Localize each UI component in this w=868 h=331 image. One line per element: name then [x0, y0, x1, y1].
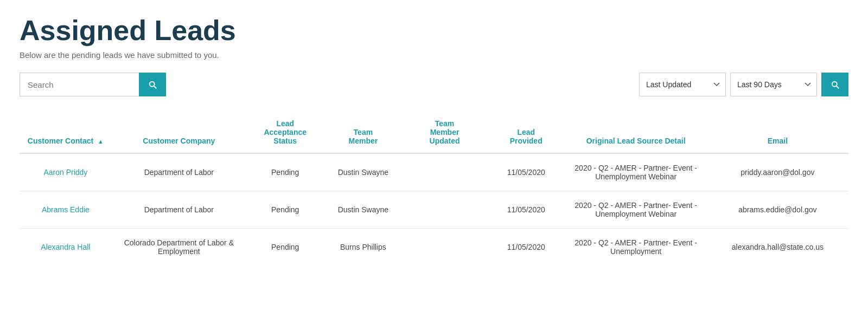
cell-email: abrams.eddie@dol.gov: [707, 191, 848, 229]
th-original-lead-source: Original Lead Source Detail: [565, 114, 707, 153]
th-customer-contact: Customer Contact ▲: [20, 114, 112, 153]
cell-customer_company: Department of Labor: [112, 153, 246, 191]
link-customer_contact[interactable]: Aaron Priddy: [43, 168, 87, 177]
filter-search-button[interactable]: [821, 73, 848, 96]
time-select[interactable]: Last 90 Days Last 30 Days All Time: [730, 73, 817, 96]
cell-original_lead_source_detail: 2020 - Q2 - AMER - Partner- Event - Unem…: [565, 191, 707, 229]
cell-lead_provided: 11/05/2020: [487, 153, 565, 191]
cell-email: priddy.aaron@dol.gov: [707, 153, 848, 191]
cell-customer_company: Department of Labor: [112, 191, 246, 229]
cell-customer_contact[interactable]: Aaron Priddy: [20, 153, 112, 191]
table-header-row: Customer Contact ▲ Customer Company Lead…: [20, 114, 848, 153]
cell-lead_acceptance_status: Pending: [246, 229, 324, 266]
search-icon: [148, 80, 157, 89]
sort-select[interactable]: Last Updated Customer Company: [639, 73, 726, 96]
cell-team_member: Dustin Swayne: [324, 191, 403, 229]
sort-team-member-updated[interactable]: TeamMemberUpdated: [430, 119, 460, 145]
toolbar: Last Updated Customer Company Last 90 Da…: [20, 73, 848, 96]
th-lead-acceptance-status: LeadAcceptanceStatus: [246, 114, 324, 153]
sort-team-member[interactable]: TeamMember: [349, 128, 378, 145]
sort-asc-icon: ▲: [98, 138, 104, 145]
th-lead-provided: LeadProvided: [487, 114, 565, 153]
filter-group: Last Updated Customer Company Last 90 Da…: [639, 73, 848, 96]
cell-customer_contact[interactable]: Abrams Eddie: [20, 191, 112, 229]
th-team-member: TeamMember: [324, 114, 403, 153]
cell-team_member: Burns Phillips: [324, 229, 403, 266]
cell-customer_contact[interactable]: Alexandra Hall: [20, 229, 112, 266]
search-group: [20, 73, 166, 96]
page-title: Assigned Leads: [20, 15, 848, 46]
cell-team_member_updated: [402, 229, 487, 266]
cell-customer_company: Colorado Department of Labor & Employmen…: [112, 229, 246, 266]
table-row: Abrams EddieDepartment of LaborPendingDu…: [20, 191, 848, 229]
cell-lead_acceptance_status: Pending: [246, 191, 324, 229]
link-customer_contact[interactable]: Alexandra Hall: [41, 243, 90, 251]
cell-lead_acceptance_status: Pending: [246, 153, 324, 191]
cell-team_member_updated: [402, 153, 487, 191]
cell-lead_provided: 11/05/2020: [487, 191, 565, 229]
link-customer_contact[interactable]: Abrams Eddie: [42, 205, 90, 214]
cell-email: alexandra.hall@state.co.us: [707, 229, 848, 266]
cell-team_member: Dustin Swayne: [324, 153, 403, 191]
cell-original_lead_source_detail: 2020 - Q2 - AMER - Partner- Event - Unem…: [565, 153, 707, 191]
search-button[interactable]: [139, 73, 166, 96]
cell-original_lead_source_detail: 2020 - Q2 - AMER - Partner- Event - Unem…: [565, 229, 707, 266]
filter-search-icon: [830, 80, 840, 89]
table-row: Aaron PriddyDepartment of LaborPendingDu…: [20, 153, 848, 191]
th-email: Email: [707, 114, 848, 153]
th-customer-company: Customer Company: [112, 114, 246, 153]
table-row: Alexandra HallColorado Department of Lab…: [20, 229, 848, 266]
cell-team_member_updated: [402, 191, 487, 229]
page-subtitle: Below are the pending leads we have subm…: [20, 50, 848, 60]
search-input[interactable]: [20, 73, 139, 96]
th-team-member-updated: TeamMemberUpdated: [402, 114, 487, 153]
sort-customer-contact[interactable]: Customer Contact ▲: [28, 137, 104, 145]
sort-lead-acceptance-status[interactable]: LeadAcceptanceStatus: [264, 119, 307, 145]
sort-email[interactable]: Email: [768, 137, 788, 145]
leads-table: Customer Contact ▲ Customer Company Lead…: [20, 114, 848, 265]
sort-lead-provided[interactable]: LeadProvided: [510, 128, 542, 145]
sort-customer-company[interactable]: Customer Company: [143, 137, 215, 145]
sort-original-lead-source[interactable]: Original Lead Source Detail: [586, 137, 686, 145]
cell-lead_provided: 11/05/2020: [487, 229, 565, 266]
